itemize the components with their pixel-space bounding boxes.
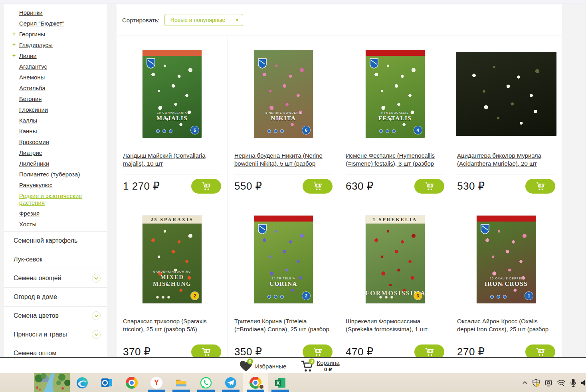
file-explorer-icon[interactable] bbox=[169, 373, 194, 392]
add-to-cart-button[interactable] bbox=[414, 179, 444, 194]
category-link[interactable]: Лиатрис bbox=[19, 149, 42, 156]
product-image[interactable]: 1 SPREKELIA FORMOSISSIMA bbox=[366, 216, 425, 303]
sidebar-section[interactable]: Семена овощей bbox=[4, 269, 107, 287]
sidebar-category-item[interactable]: Хосты bbox=[4, 219, 107, 230]
sidebar-category-item[interactable]: Фрезия bbox=[4, 208, 107, 219]
add-to-cart-button[interactable] bbox=[303, 179, 333, 194]
product-title-link[interactable]: Шпрекелия Формосиссима (Sprekelia formos… bbox=[346, 318, 428, 333]
defender-shield-icon[interactable]: ! bbox=[532, 378, 540, 387]
category-link[interactable]: Серия "Бюджет" bbox=[19, 20, 64, 27]
category-link[interactable]: Канны bbox=[19, 128, 37, 135]
sidebar-section[interactable]: Семена цветов bbox=[4, 306, 107, 325]
yandex-browser-icon[interactable]: Y bbox=[144, 373, 169, 392]
sidebar-category-item[interactable]: Лиатрис bbox=[4, 147, 107, 158]
telegram-icon[interactable] bbox=[218, 373, 243, 392]
category-link[interactable]: Бегония bbox=[19, 95, 42, 102]
sidebar-category-item[interactable]: Лилейники bbox=[4, 158, 107, 169]
sort-dropdown[interactable]: Новые и популярные ▼ bbox=[164, 14, 244, 26]
product-title-link[interactable]: Трителия Корина (Triteleia (=Brodiaea) C… bbox=[234, 318, 329, 333]
sidebar-section[interactable]: Пряности и травы bbox=[4, 325, 107, 344]
wifi-icon[interactable] bbox=[556, 378, 566, 387]
product-image[interactable]: 25 SPARAXIS GARDENKINGDOM.RU MIXED MISCH… bbox=[143, 216, 202, 303]
product-title-link[interactable]: Исмене Фесталис (Hymenocallis (=Ismene) … bbox=[346, 152, 435, 167]
product-title-link[interactable]: Ацидантера биколор Муриэла (Acidanthera … bbox=[457, 152, 541, 167]
cart-icon[interactable]: 0 bbox=[300, 359, 315, 373]
category-link[interactable]: Астильба bbox=[19, 85, 46, 91]
sidebar-section[interactable]: Семенной картофель bbox=[4, 231, 107, 250]
sidebar-category-item[interactable]: Серия "Бюджет" bbox=[4, 18, 107, 29]
chevron-down-icon[interactable] bbox=[92, 330, 101, 339]
product-image[interactable] bbox=[456, 52, 556, 136]
category-link[interactable]: Лилейники bbox=[19, 160, 49, 167]
category-link[interactable]: Георгины bbox=[19, 31, 45, 38]
add-to-cart-button[interactable] bbox=[191, 179, 221, 194]
add-to-cart-button[interactable] bbox=[191, 344, 221, 357]
product-title-link[interactable]: Ландыш Майский (Convallaria majalis), 10… bbox=[123, 152, 206, 167]
category-link[interactable]: Глоксинии bbox=[19, 106, 48, 113]
excel-icon[interactable]: X bbox=[268, 373, 293, 392]
sidebar-category-item[interactable]: Астильба bbox=[4, 83, 107, 93]
heart-icon[interactable]: 0 bbox=[238, 359, 253, 373]
category-link[interactable]: Анемоны bbox=[19, 74, 45, 81]
chevron-down-icon[interactable] bbox=[92, 274, 101, 283]
sidebar-category-item[interactable]: Новинки bbox=[4, 7, 107, 18]
sidebar-section[interactable]: Семена оптом bbox=[4, 344, 107, 357]
sidebar-category-item[interactable]: Глоксинии bbox=[4, 104, 107, 115]
whatsapp-icon[interactable] bbox=[194, 373, 218, 392]
sidebar-section[interactable]: Огород в доме bbox=[4, 287, 107, 306]
edge-icon[interactable] bbox=[70, 373, 95, 392]
category-link[interactable]: Редкие и экзотические растения bbox=[19, 192, 82, 206]
product-image[interactable]: HYMENOCALLIS FESTALIS 4 bbox=[366, 50, 425, 138]
product-title-link[interactable]: Спараксис триколор (Sparaxis tricolor), … bbox=[123, 318, 207, 333]
expand-plus-icon[interactable]: + bbox=[12, 52, 16, 59]
category-link[interactable]: Хосты bbox=[19, 221, 36, 228]
add-to-cart-button[interactable] bbox=[414, 344, 444, 357]
sidebar-category-item[interactable]: Бегония bbox=[4, 93, 107, 104]
outlook-icon[interactable] bbox=[95, 373, 119, 392]
add-to-cart-button[interactable] bbox=[525, 344, 555, 357]
category-link[interactable]: Ранункулюс bbox=[19, 182, 52, 188]
sidebar-category-item[interactable]: + Георгины bbox=[4, 29, 107, 40]
product-title-link[interactable]: Оксалис Айрон Кросс (Oxalis deppei Iron … bbox=[457, 318, 548, 333]
sidebar-category-item[interactable]: Анемоны bbox=[4, 72, 107, 83]
sidebar-category-item[interactable]: Каллы bbox=[4, 115, 107, 126]
add-to-cart-button[interactable] bbox=[303, 344, 333, 357]
category-link[interactable]: Фрезия bbox=[19, 210, 40, 217]
chrome-icon[interactable] bbox=[119, 373, 144, 392]
product-image[interactable]: 10 CONVALLARIA MAJALIS 5 bbox=[143, 50, 202, 138]
sidebar-category-item[interactable]: + Гладиолусы bbox=[4, 40, 107, 50]
chevron-down-icon[interactable] bbox=[92, 311, 101, 320]
sidebar-category-item[interactable]: Ранункулюс bbox=[4, 180, 107, 190]
category-link[interactable]: Полиантес (тубероза) bbox=[19, 171, 80, 178]
start-nature-thumbnail-icon[interactable] bbox=[34, 373, 70, 392]
category-link[interactable]: Каллы bbox=[19, 117, 37, 124]
cart-link[interactable]: Корзина bbox=[317, 359, 339, 366]
product-title-link[interactable]: Нерина боудена Никита (Nerine bowdenii N… bbox=[234, 152, 323, 167]
speaker-icon[interactable] bbox=[580, 378, 586, 387]
favorites-link[interactable]: Избранные bbox=[255, 363, 286, 370]
expand-plus-icon[interactable]: + bbox=[12, 31, 16, 38]
chrome-profile-icon[interactable] bbox=[243, 373, 268, 392]
sidebar-category-item[interactable]: Крокосмия bbox=[4, 137, 107, 147]
category-link[interactable]: Новинки bbox=[19, 9, 43, 16]
favorites-widget[interactable]: 0 Избранные bbox=[238, 359, 286, 373]
camera-icon[interactable] bbox=[544, 378, 553, 387]
dropdown-arrow-icon[interactable]: ▼ bbox=[231, 14, 243, 26]
sidebar-category-item[interactable]: Полиантес (тубероза) bbox=[4, 169, 107, 180]
category-link[interactable]: Агапантус bbox=[19, 63, 47, 70]
chevron-up-icon[interactable] bbox=[522, 380, 528, 386]
sidebar-category-item[interactable]: + Лилии bbox=[4, 50, 107, 61]
sidebar-category-item[interactable]: Канны bbox=[4, 126, 107, 137]
category-link[interactable]: Гладиолусы bbox=[19, 42, 53, 48]
product-image[interactable]: 25 TRITELEIA CORINA 2 bbox=[254, 216, 313, 303]
category-link[interactable]: Лилии bbox=[19, 52, 37, 59]
microphone-icon[interactable] bbox=[570, 378, 577, 388]
sidebar-category-item[interactable]: Агапантус bbox=[4, 61, 107, 72]
expand-plus-icon[interactable]: + bbox=[12, 42, 16, 48]
product-image[interactable]: 5 NERINE BOWDENII NIKITA 6 bbox=[254, 50, 313, 138]
sidebar-category-item[interactable]: Редкие и экзотические растения bbox=[4, 190, 107, 208]
add-to-cart-button[interactable] bbox=[525, 179, 555, 194]
cart-widget[interactable]: 0 Корзина 0 ₽ bbox=[300, 359, 339, 373]
product-image[interactable]: 25 OXALIS DEPPEI IRON CROSS 1 bbox=[477, 216, 536, 303]
sidebar-section[interactable]: Лук-севок bbox=[4, 250, 107, 269]
